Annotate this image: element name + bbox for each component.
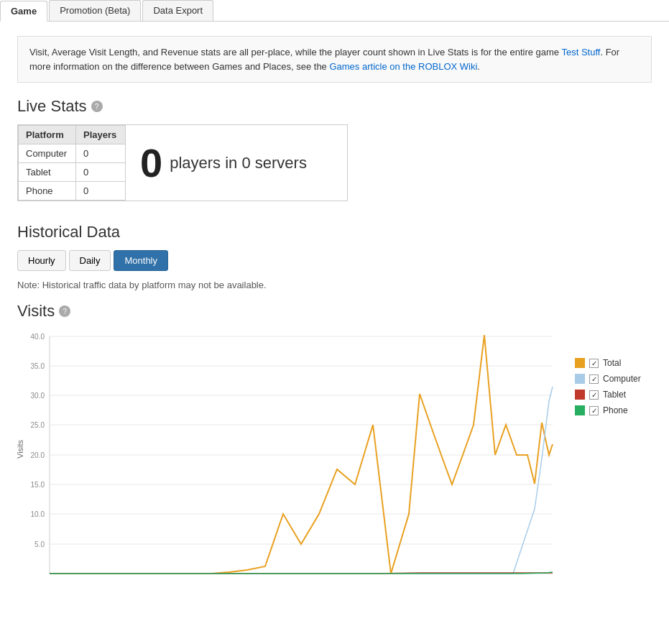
platform-cell: Tablet xyxy=(19,163,76,182)
legend-label-computer: Computer xyxy=(603,374,641,384)
svg-text:10.0: 10.0 xyxy=(31,510,45,518)
live-stats-container: Platform Players Computer0Tablet0Phone0 … xyxy=(17,124,348,201)
legend-color-phone xyxy=(575,405,585,415)
tab-data-export[interactable]: Data Export xyxy=(142,0,213,21)
tab-promotion[interactable]: Promotion (Beta) xyxy=(49,0,141,21)
historical-title: Historical Data xyxy=(17,223,652,242)
legend-checkbox-phone[interactable]: ✓ xyxy=(589,406,599,415)
btn-hourly[interactable]: Hourly xyxy=(17,250,66,271)
live-stats-help-icon[interactable]: ? xyxy=(91,101,103,112)
visits-title: Visits ? xyxy=(17,302,652,321)
legend-label-total: Total xyxy=(603,358,621,368)
legend-tablet: ✓ Tablet xyxy=(575,390,641,400)
chart-area: Visits 5.0 10.0 xyxy=(17,329,563,595)
legend-total: ✓ Total xyxy=(575,358,641,368)
legend-label-phone: Phone xyxy=(603,405,628,415)
legend-checkbox-computer[interactable]: ✓ xyxy=(589,374,599,384)
player-count-summary: players in 0 servers xyxy=(170,154,307,172)
visits-help-icon[interactable]: ? xyxy=(59,305,70,317)
live-stats-table: Platform Players Computer0Tablet0Phone0 xyxy=(18,125,126,201)
players-cell: 0 xyxy=(76,144,126,163)
info-link-2[interactable]: Games article on the ROBLOX Wiki xyxy=(329,61,477,72)
legend-color-computer xyxy=(575,374,585,384)
platform-cell: Computer xyxy=(19,144,76,163)
platform-cell: Phone xyxy=(19,182,76,201)
legend-color-tablet xyxy=(575,390,585,400)
visits-chart-svg: Visits 5.0 10.0 xyxy=(17,329,563,595)
main-content: Visit, Average Visit Length, and Revenue… xyxy=(0,22,669,617)
col-platform: Platform xyxy=(19,126,76,144)
chart-wrapper: Visits 5.0 10.0 xyxy=(17,329,652,595)
table-row: Tablet0 xyxy=(19,163,126,182)
svg-text:20.0: 20.0 xyxy=(31,451,45,459)
info-text-1: Visit, Average Visit Length, and Revenue… xyxy=(29,47,561,58)
historical-note: Note: Historical traffic data by platfor… xyxy=(17,280,652,290)
historical-section: Historical Data Hourly Daily Monthly Not… xyxy=(17,223,652,290)
svg-text:Visits: Visits xyxy=(17,439,24,459)
tab-game[interactable]: Game xyxy=(0,1,47,22)
svg-text:30.0: 30.0 xyxy=(31,392,45,400)
time-period-buttons: Hourly Daily Monthly xyxy=(17,250,652,271)
svg-text:40.0: 40.0 xyxy=(31,333,45,341)
btn-monthly[interactable]: Monthly xyxy=(114,250,168,271)
table-row: Computer0 xyxy=(19,144,126,163)
total-line xyxy=(50,335,553,574)
legend-phone: ✓ Phone xyxy=(575,405,641,415)
visits-section: Visits ? Visits 5.0 xyxy=(17,302,652,595)
players-cell: 0 xyxy=(76,182,126,201)
svg-text:25.0: 25.0 xyxy=(31,421,45,429)
legend-computer: ✓ Computer xyxy=(575,374,641,384)
svg-text:5.0: 5.0 xyxy=(34,540,45,548)
legend-checkbox-total[interactable]: ✓ xyxy=(589,359,599,368)
players-cell: 0 xyxy=(76,163,126,182)
table-row: Phone0 xyxy=(19,182,126,201)
legend-color-total xyxy=(575,358,585,368)
info-link-1[interactable]: Test Stuff xyxy=(561,47,600,58)
player-count-big: 0 xyxy=(140,143,162,183)
info-box: Visit, Average Visit Length, and Revenue… xyxy=(17,36,652,83)
computer-line xyxy=(50,387,553,574)
tab-bar: Game Promotion (Beta) Data Export xyxy=(0,0,669,22)
svg-text:15.0: 15.0 xyxy=(31,481,45,489)
col-players: Players xyxy=(76,126,126,144)
live-stats-summary: 0 players in 0 servers xyxy=(126,125,347,201)
live-stats-title: Live Stats ? xyxy=(17,97,652,116)
legend-label-tablet: Tablet xyxy=(603,390,626,400)
chart-legend: ✓ Total ✓ Computer ✓ Tablet xyxy=(575,329,641,415)
legend-checkbox-tablet[interactable]: ✓ xyxy=(589,390,599,400)
svg-text:35.0: 35.0 xyxy=(31,362,45,370)
info-text-3: . xyxy=(477,61,480,72)
btn-daily[interactable]: Daily xyxy=(69,250,111,271)
